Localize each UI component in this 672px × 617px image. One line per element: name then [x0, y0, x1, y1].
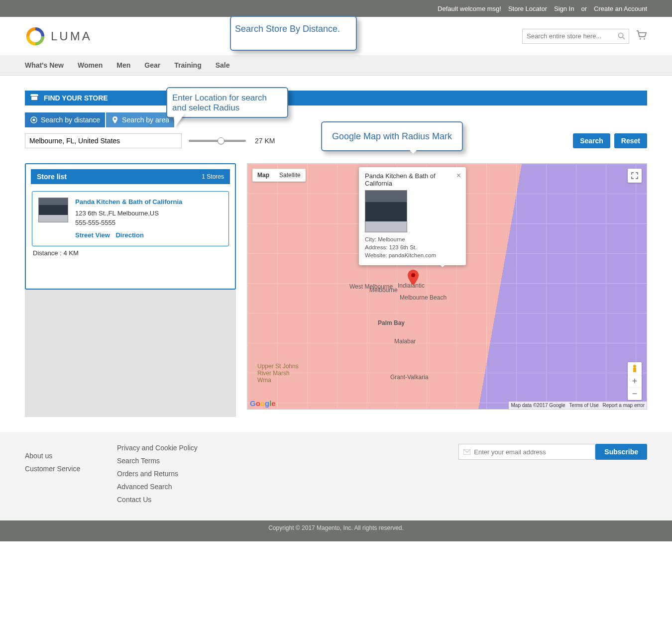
- customer-service-link[interactable]: Customer Service: [25, 465, 117, 473]
- create-account-link[interactable]: Create an Account: [594, 5, 647, 12]
- privacy-link[interactable]: Privacy and Cookie Policy: [117, 444, 301, 452]
- tab-search-distance[interactable]: Search by distance: [25, 112, 105, 127]
- fullscreen-icon: [631, 172, 638, 179]
- logo-icon: [25, 26, 46, 47]
- sign-in-link[interactable]: Sign In: [554, 5, 574, 12]
- nav-training[interactable]: Training: [174, 61, 201, 69]
- svg-point-6: [33, 119, 35, 121]
- pegman-icon: [631, 364, 639, 374]
- zoom-control: + −: [628, 375, 642, 400]
- subscribe-button[interactable]: Subscribe: [595, 444, 647, 460]
- zoom-in-button[interactable]: +: [628, 375, 642, 388]
- left-column: Store list 1 Stores Panda Kitchen & Bath…: [25, 163, 236, 417]
- newsletter-input[interactable]: [458, 444, 595, 460]
- logo-text: LUMA: [51, 29, 92, 43]
- footer: About us Customer Service Privacy and Co…: [0, 432, 672, 520]
- nav-sale[interactable]: Sale: [216, 61, 230, 69]
- storefront-icon: [30, 93, 39, 103]
- find-your-store-bar: FIND YOUR STORE: [25, 91, 647, 105]
- fullscreen-button[interactable]: [628, 169, 642, 183]
- city-label: Grant-Valkaria: [390, 374, 428, 381]
- orders-returns-link[interactable]: Orders and Returns: [117, 470, 301, 478]
- subscribe-form: Subscribe: [458, 444, 647, 509]
- google-logo: Google: [250, 399, 276, 408]
- store-card[interactable]: Panda Kitchen & Bath of California 123 6…: [32, 191, 229, 246]
- radius-slider[interactable]: [189, 140, 246, 142]
- slider-thumb[interactable]: [218, 137, 224, 144]
- svg-point-1: [618, 33, 623, 37]
- radius-value: 27 KM: [255, 137, 275, 145]
- pegman-button[interactable]: [628, 362, 642, 376]
- nav-women[interactable]: Women: [78, 61, 103, 69]
- nav-gear[interactable]: Gear: [144, 61, 160, 69]
- main-row: Store list 1 Stores Panda Kitchen & Bath…: [25, 163, 647, 417]
- svg-point-3: [640, 38, 641, 39]
- zoom-out-button[interactable]: −: [628, 388, 642, 400]
- svg-point-4: [644, 38, 645, 39]
- tab-area-label: Search by area: [122, 116, 169, 124]
- reset-button[interactable]: Reset: [614, 133, 647, 148]
- store-locator-link[interactable]: Store Locator: [508, 5, 547, 12]
- search-input[interactable]: [522, 29, 629, 44]
- infowindow-address: Address: 123 6th St.: [365, 243, 460, 251]
- site-search: [522, 29, 629, 44]
- store-thumbnail: [38, 198, 68, 222]
- target-icon: [30, 116, 38, 124]
- tab-distance-label: Search by distance: [41, 116, 100, 124]
- advanced-search-link[interactable]: Advanced Search: [117, 483, 301, 491]
- callout-google-map: Google Map with Radius Mark: [321, 121, 463, 151]
- top-bar: Default welcome msg! Store Locator Sign …: [0, 0, 672, 17]
- store-name: Panda Kitchen & Bath of California: [75, 198, 182, 207]
- close-icon[interactable]: ×: [456, 171, 461, 180]
- right-column: West Melbourne Melbourne Melbourne Beach…: [247, 163, 647, 417]
- store-distance: Distance : 4 KM: [33, 249, 228, 257]
- map-type-satellite[interactable]: Satellite: [274, 169, 306, 182]
- google-map[interactable]: West Melbourne Melbourne Melbourne Beach…: [247, 163, 647, 410]
- map-type-map[interactable]: Map: [252, 169, 274, 182]
- map-type-control: Map Satellite: [252, 169, 306, 182]
- copyright: Copyright © 2017 Magento, Inc. All right…: [0, 520, 672, 541]
- grey-panel: [25, 290, 236, 417]
- nav-whats-new[interactable]: What's New: [25, 61, 64, 69]
- map-info-window: × Panda Kitchen & Bath of California Cit…: [359, 167, 466, 265]
- footer-col-1: About us Customer Service: [25, 444, 117, 509]
- cart-icon[interactable]: [636, 30, 647, 42]
- search-icon[interactable]: [618, 32, 625, 42]
- callout-enter-location: Enter Location for search and select Rad…: [166, 87, 288, 118]
- callout-search-distance: Search Store By Distance.: [230, 16, 357, 51]
- main-nav: What's New Women Men Gear Training Sale: [0, 55, 672, 76]
- search-button[interactable]: Search: [573, 133, 610, 148]
- nav-men[interactable]: Men: [116, 61, 130, 69]
- tab-search-area[interactable]: Search by area: [106, 112, 174, 127]
- city-label: Melbourne Beach: [400, 294, 447, 301]
- city-label: Malabar: [394, 338, 416, 345]
- svg-point-7: [114, 118, 116, 120]
- map-footer: Map data ©2017 Google Terms of Use Repor…: [509, 402, 647, 409]
- terms-link[interactable]: Terms of Use: [569, 403, 599, 408]
- store-list-panel: Store list 1 Stores Panda Kitchen & Bath…: [25, 163, 236, 290]
- city-label: Palm Bay: [378, 319, 405, 326]
- map-data-text: Map data ©2017 Google: [511, 403, 565, 408]
- map-marker[interactable]: [408, 270, 419, 288]
- search-terms-link[interactable]: Search Terms: [117, 457, 301, 465]
- about-us-link[interactable]: About us: [25, 452, 117, 460]
- pin-icon: [111, 116, 119, 124]
- svg-point-10: [411, 273, 415, 277]
- envelope-icon: [463, 448, 470, 457]
- infowindow-city: City: Melbourne: [365, 235, 460, 243]
- contact-us-link[interactable]: Contact Us: [117, 496, 301, 504]
- infowindow-image: [365, 190, 407, 232]
- svg-line-2: [623, 37, 625, 39]
- city-label: Melbourne: [369, 287, 398, 294]
- find-title: FIND YOUR STORE: [44, 94, 108, 102]
- direction-link[interactable]: Direction: [115, 231, 143, 239]
- location-input[interactable]: [25, 133, 182, 148]
- logo[interactable]: LUMA: [25, 26, 92, 47]
- street-view-link[interactable]: Street View: [75, 231, 110, 239]
- store-phone: 555-555-5555: [75, 218, 182, 228]
- svg-rect-9: [633, 368, 636, 372]
- infowindow-title: Panda Kitchen & Bath of California: [365, 172, 460, 187]
- report-link[interactable]: Report a map error: [603, 403, 645, 408]
- store-list-title: Store list: [37, 173, 67, 181]
- infowindow-website: Website: pandaKitchen.com: [365, 251, 460, 259]
